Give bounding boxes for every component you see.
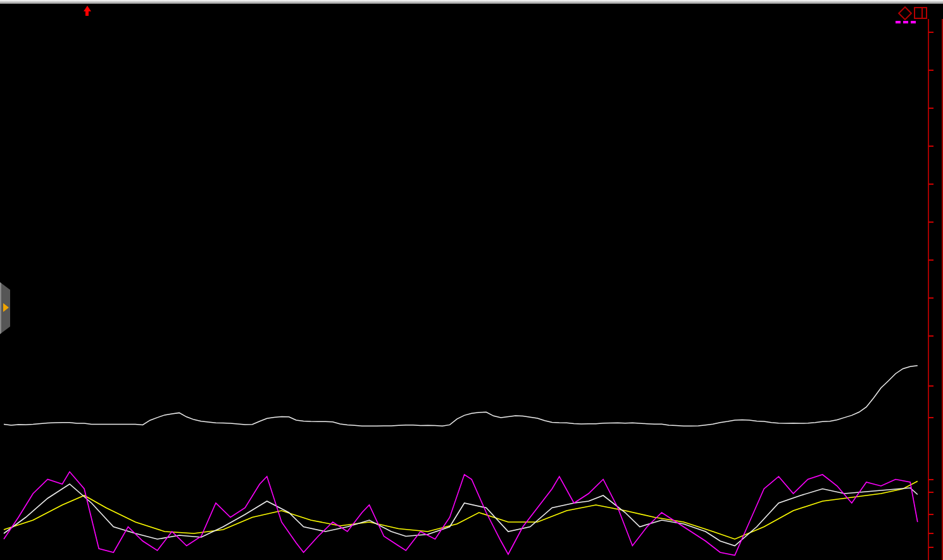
ma20-dash-icon — [911, 21, 916, 23]
ma20-dash-icon — [903, 21, 908, 23]
app-window — [0, 0, 943, 560]
window-titlebar — [0, 0, 943, 4]
sidebar-expand-handle[interactable] — [0, 282, 10, 334]
split-window-icon[interactable] — [914, 7, 927, 19]
ma20-dash-icon — [896, 21, 901, 23]
signal-up-arrow-icon — [83, 6, 91, 16]
expand-arrow-icon — [3, 303, 9, 312]
chart-canvas[interactable] — [0, 0, 943, 560]
